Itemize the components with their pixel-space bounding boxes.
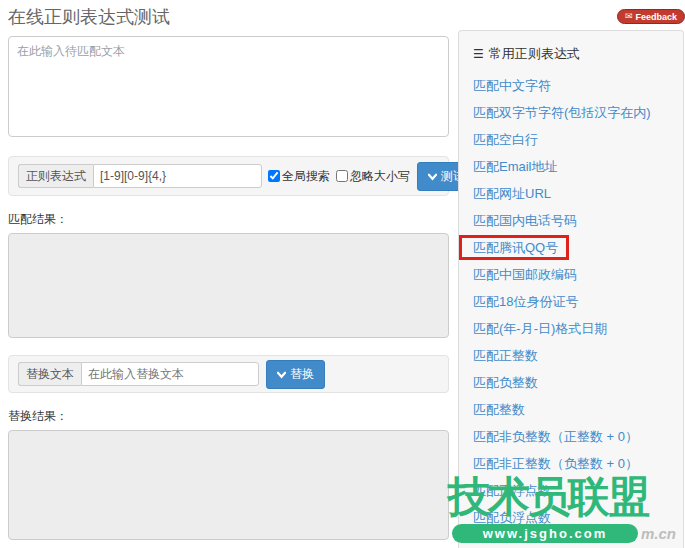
- sidebar-item-7[interactable]: 匹配中国邮政编码: [473, 261, 683, 288]
- sidebar-item-14[interactable]: 匹配非正整数（负整数 + 0）: [473, 450, 683, 477]
- match-result-box: [8, 233, 449, 338]
- sidebar-item-4[interactable]: 匹配网址URL: [473, 180, 683, 207]
- sidebar-item-9[interactable]: 匹配(年-月-日)格式日期: [473, 315, 683, 342]
- regex-form-panel: 正则表达式 全局搜索 忽略大小写 测试匹配: [8, 156, 449, 196]
- global-search-label: 全局搜索: [282, 168, 330, 185]
- match-text-input[interactable]: [8, 36, 449, 137]
- replace-button[interactable]: 替换: [266, 360, 325, 389]
- sidebar-item-6[interactable]: 匹配腾讯QQ号: [473, 234, 683, 261]
- replace-result-box: [8, 430, 449, 540]
- global-search-option[interactable]: 全局搜索: [268, 168, 330, 185]
- highlight-red-box: [459, 235, 569, 260]
- sidebar-header: ☰ 常用正则表达式: [473, 45, 683, 63]
- sidebar-item-16[interactable]: 匹配负浮点数: [473, 504, 683, 531]
- sidebar-item-10[interactable]: 匹配正整数: [473, 342, 683, 369]
- match-result-label: 匹配结果：: [8, 211, 449, 228]
- sidebar-item-0[interactable]: 匹配中文字符: [473, 72, 683, 99]
- sidebar-item-15[interactable]: 匹配正浮点数: [473, 477, 683, 504]
- replace-label: 替换文本: [18, 362, 81, 386]
- ignore-case-option[interactable]: 忽略大小写: [336, 168, 410, 185]
- feedback-label: Feedback: [636, 12, 678, 22]
- sidebar-item-1[interactable]: 匹配双字节字符(包括汉字在内): [473, 99, 683, 126]
- envelope-icon: ✉: [625, 12, 633, 21]
- replace-button-label: 替换: [290, 366, 314, 383]
- chevron-down-icon: [277, 370, 286, 379]
- sidebar-item-8[interactable]: 匹配18位身份证号: [473, 288, 683, 315]
- sidebar-item-2[interactable]: 匹配空白行: [473, 126, 683, 153]
- feedback-button[interactable]: ✉ Feedback: [617, 9, 685, 24]
- sidebar-header-label: 常用正则表达式: [489, 45, 580, 63]
- main-content: 在线正则表达式测试 正则表达式 全局搜索 忽略大小写 测试匹配 匹配结果： 替换…: [8, 0, 449, 540]
- list-icon: ☰: [473, 48, 484, 60]
- sidebar-item-11[interactable]: 匹配负整数: [473, 369, 683, 396]
- ignore-case-checkbox[interactable]: [336, 170, 348, 182]
- chevron-down-icon: [428, 172, 437, 181]
- replace-text-input[interactable]: [81, 362, 259, 386]
- regex-label: 正则表达式: [18, 164, 93, 188]
- regex-input[interactable]: [93, 164, 262, 188]
- sidebar-item-3[interactable]: 匹配Email地址: [473, 153, 683, 180]
- replace-result-label: 替换结果：: [8, 408, 449, 425]
- sidebar-item-12[interactable]: 匹配整数: [473, 396, 683, 423]
- sidebar-item-13[interactable]: 匹配非负整数（正整数 + 0）: [473, 423, 683, 450]
- ignore-case-label: 忽略大小写: [350, 168, 410, 185]
- replace-form-panel: 替换文本 替换: [8, 355, 449, 393]
- common-regex-sidebar: ☰ 常用正则表达式 匹配中文字符匹配双字节字符(包括汉字在内)匹配空白行匹配Em…: [458, 30, 684, 548]
- regex-pattern-list: 匹配中文字符匹配双字节字符(包括汉字在内)匹配空白行匹配Email地址匹配网址U…: [473, 72, 683, 531]
- global-search-checkbox[interactable]: [268, 170, 280, 182]
- page-title: 在线正则表达式测试: [8, 5, 449, 29]
- sidebar-item-5[interactable]: 匹配国内电话号码: [473, 207, 683, 234]
